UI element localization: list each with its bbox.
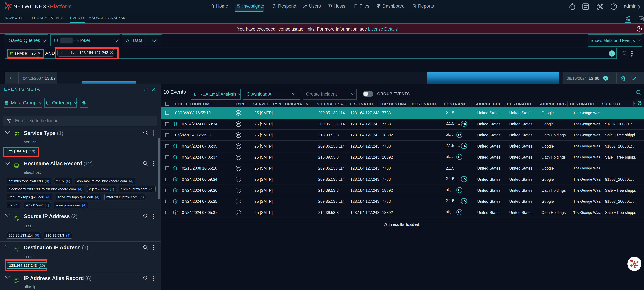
- svg-text:IP: IP: [15, 278, 17, 281]
- svg-text:IP: IP: [15, 247, 17, 249]
- svg-text:IP: IP: [15, 216, 17, 218]
- svg-text:IP: IP: [61, 52, 62, 53]
- svg-text:A: A: [48, 101, 49, 103]
- svg-text:Z: Z: [48, 103, 48, 105]
